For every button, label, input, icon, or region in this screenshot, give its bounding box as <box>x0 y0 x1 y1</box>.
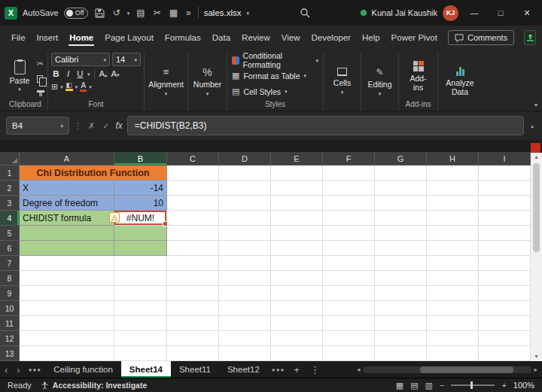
row-header-2[interactable]: 2 <box>0 181 20 196</box>
cancel-icon[interactable]: ✗ <box>87 121 96 131</box>
name-box[interactable]: B4 ▾ <box>6 117 69 135</box>
cell-C5[interactable] <box>167 226 219 241</box>
cell-B13[interactable] <box>114 346 167 361</box>
cell-I8[interactable] <box>479 271 531 286</box>
row-header-11[interactable]: 11 <box>0 316 20 331</box>
cell-F2[interactable] <box>323 181 375 196</box>
scroll-left-icon[interactable]: ◂ <box>357 366 361 373</box>
cell-D13[interactable] <box>219 346 271 361</box>
cell-E1[interactable] <box>271 166 323 181</box>
cell-A11[interactable] <box>20 316 114 331</box>
cell-D11[interactable] <box>219 316 271 331</box>
sheet-list-icon[interactable]: ●●● <box>25 361 46 378</box>
collapse-ribbon-icon[interactable]: ▾ <box>534 102 537 108</box>
cell-I4[interactable] <box>479 211 531 226</box>
cell-C10[interactable] <box>167 301 219 316</box>
cell-E3[interactable] <box>271 196 323 211</box>
error-checking-icon[interactable]: ⚠ <box>109 212 120 223</box>
column-header-I[interactable]: I <box>479 152 531 166</box>
clipboard-icon[interactable]: ▤ <box>135 8 146 17</box>
zoom-slider-knob[interactable] <box>470 381 473 389</box>
cell-G13[interactable] <box>375 346 427 361</box>
cell-D3[interactable] <box>219 196 271 211</box>
cell-A6[interactable] <box>20 241 114 256</box>
row-header-10[interactable]: 10 <box>0 301 20 316</box>
column-header-G[interactable]: G <box>375 152 427 166</box>
cell-D6[interactable] <box>219 241 271 256</box>
sheet-tab-sheet12[interactable]: Sheet12 <box>219 361 268 378</box>
cell-H1[interactable] <box>427 166 479 181</box>
enter-icon[interactable]: ✓ <box>101 121 111 131</box>
addins-button[interactable]: Add-ins <box>402 53 434 99</box>
close-button[interactable]: ✕ <box>516 2 537 23</box>
cell-D7[interactable] <box>219 256 271 271</box>
vertical-scrollbar[interactable]: ▴ ▾ <box>531 153 542 361</box>
zoom-level[interactable]: 100% <box>513 381 534 390</box>
cell-G2[interactable] <box>375 181 427 196</box>
tab-formulas[interactable]: Formulas <box>164 27 202 48</box>
cell-F8[interactable] <box>323 271 375 286</box>
cell-C3[interactable] <box>167 196 219 211</box>
row-header-4[interactable]: 4 <box>0 211 20 226</box>
cell-B10[interactable] <box>114 301 167 316</box>
insert-function-icon[interactable]: fx <box>115 120 122 131</box>
cell-D8[interactable] <box>219 271 271 286</box>
formula-bar-grip[interactable]: ⋮ <box>74 121 82 131</box>
cell-H12[interactable] <box>427 331 479 346</box>
user-name[interactable]: Kunal Jai Kaushik <box>372 8 437 17</box>
row-header-13[interactable]: 13 <box>0 346 20 361</box>
avatar[interactable]: KJ <box>443 5 458 21</box>
cell-I5[interactable] <box>479 226 531 241</box>
cell-F5[interactable] <box>323 226 375 241</box>
cell-G5[interactable] <box>375 226 427 241</box>
undo-icon[interactable]: ↺ <box>111 8 122 17</box>
cell-B7[interactable] <box>114 256 167 271</box>
cell-I10[interactable] <box>479 301 531 316</box>
cell-I9[interactable] <box>479 286 531 301</box>
cell-F6[interactable] <box>323 241 375 256</box>
cell-A10[interactable] <box>20 301 114 316</box>
cell-D4[interactable] <box>219 211 271 226</box>
cell-B5[interactable] <box>114 226 167 241</box>
format-as-table-button[interactable]: ▦ Format as Table ▾ <box>230 69 320 83</box>
cell-D9[interactable] <box>219 286 271 301</box>
cell-G6[interactable] <box>375 241 427 256</box>
cell-B9[interactable] <box>114 286 167 301</box>
accessibility-status[interactable]: Accessibility: Investigate <box>41 381 147 390</box>
cell-I6[interactable] <box>479 241 531 256</box>
horizontal-scrollbar[interactable]: ◂ ▸ <box>352 361 542 378</box>
cell-F11[interactable] <box>323 316 375 331</box>
cell-I1[interactable] <box>479 166 531 181</box>
row-header-1[interactable]: 1 <box>0 166 20 181</box>
cell-F13[interactable] <box>323 346 375 361</box>
row-header-6[interactable]: 6 <box>0 241 20 256</box>
cell-H6[interactable] <box>427 241 479 256</box>
page-break-view-icon[interactable]: ▥ <box>425 381 433 390</box>
minimize-button[interactable]: — <box>464 2 485 23</box>
normal-view-icon[interactable]: ▦ <box>396 381 403 390</box>
cell-D5[interactable] <box>219 226 271 241</box>
cell-E12[interactable] <box>271 331 323 346</box>
cell-A2[interactable]: X <box>20 181 114 196</box>
cell-D2[interactable] <box>219 181 271 196</box>
cell-A7[interactable] <box>20 256 114 271</box>
cell-H10[interactable] <box>427 301 479 316</box>
fill-color-button[interactable]: ◧ <box>65 82 73 91</box>
row-header-12[interactable]: 12 <box>0 331 20 346</box>
tab-help[interactable]: Help <box>361 27 381 48</box>
cell-G3[interactable] <box>375 196 427 211</box>
cell-E13[interactable] <box>271 346 323 361</box>
paste-button[interactable]: Paste ▾ <box>6 53 33 99</box>
cell-I12[interactable] <box>479 331 531 346</box>
cell-C2[interactable] <box>167 181 219 196</box>
font-color-chevron-icon[interactable]: ▾ <box>89 84 92 90</box>
cell-C9[interactable] <box>167 286 219 301</box>
column-header-F[interactable]: F <box>323 152 375 166</box>
cell-E5[interactable] <box>271 226 323 241</box>
cell-A12[interactable] <box>20 331 114 346</box>
cell-G12[interactable] <box>375 331 427 346</box>
cell-G1[interactable] <box>375 166 427 181</box>
cell-C8[interactable] <box>167 271 219 286</box>
cell-C12[interactable] <box>167 331 219 346</box>
decrease-font-size-button[interactable]: A▾ <box>111 68 120 80</box>
